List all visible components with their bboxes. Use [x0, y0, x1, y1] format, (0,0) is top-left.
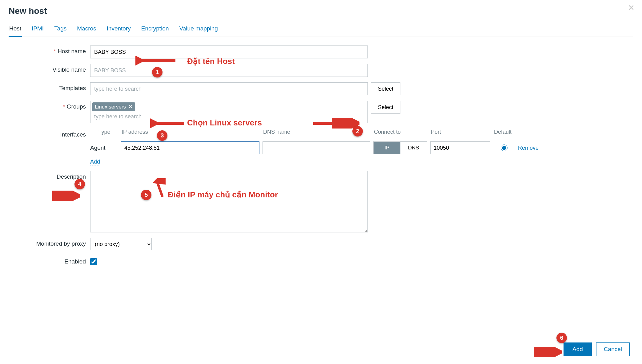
cancel-button[interactable]: Cancel	[596, 342, 630, 356]
label-monitored-by-proxy: Monitored by proxy	[9, 238, 90, 247]
description-textarea[interactable]	[90, 171, 368, 232]
tabs: Host IPMI Tags Macros Inventory Encrypti…	[9, 23, 633, 37]
th-connect-to: Connect to	[373, 129, 427, 135]
tab-macros[interactable]: Macros	[76, 23, 97, 37]
interface-row-agent: Agent IP DNS Remove	[90, 141, 555, 154]
label-visible-name: Visible name	[9, 64, 90, 73]
enabled-checkbox[interactable]	[90, 258, 97, 265]
visible-name-input[interactable]	[90, 64, 368, 77]
tab-inventory[interactable]: Inventory	[106, 23, 131, 37]
group-tag-linux-servers[interactable]: Linux servers ✕	[92, 102, 135, 111]
annotation-arrow-6	[534, 347, 562, 357]
connect-to-toggle: IP DNS	[373, 141, 427, 154]
interfaces-header: Type IP address DNS name Connect to Port…	[90, 129, 555, 135]
page-title: New host	[9, 6, 633, 16]
interface-port-input[interactable]	[430, 141, 490, 154]
groups-search-input[interactable]	[92, 111, 366, 122]
interface-default-radio[interactable]	[501, 144, 508, 151]
templates-select-button[interactable]: Select	[371, 82, 400, 95]
interface-dns-input[interactable]	[263, 141, 370, 154]
interface-type-label: Agent	[90, 144, 118, 151]
th-type: Type	[90, 129, 118, 135]
footer-actions: Add Cancel	[564, 342, 630, 356]
close-icon[interactable]: ✕	[628, 3, 635, 13]
connect-to-dns-button[interactable]: DNS	[400, 142, 427, 154]
groups-tagbox[interactable]: Linux servers ✕	[90, 101, 368, 123]
label-groups: Groups	[9, 101, 90, 110]
th-dns: DNS name	[263, 129, 370, 135]
tab-value-mapping[interactable]: Value mapping	[179, 23, 219, 37]
proxy-select[interactable]: (no proxy)	[90, 238, 152, 250]
add-button[interactable]: Add	[564, 342, 592, 356]
remove-tag-icon[interactable]: ✕	[128, 104, 133, 110]
tab-encryption[interactable]: Encryption	[141, 23, 170, 37]
th-ip: IP address	[121, 129, 259, 135]
annotation-badge-6: 6	[556, 333, 567, 343]
label-enabled: Enabled	[9, 256, 90, 265]
templates-search-input[interactable]	[90, 82, 368, 95]
interface-remove-link[interactable]: Remove	[518, 145, 555, 151]
group-tag-label: Linux servers	[95, 104, 126, 110]
label-templates: Templates	[9, 82, 90, 92]
groups-select-button[interactable]: Select	[371, 101, 400, 114]
connect-to-ip-button[interactable]: IP	[374, 142, 400, 154]
host-name-input[interactable]	[90, 46, 368, 58]
label-host-name: Host name	[9, 46, 90, 55]
tab-host[interactable]: Host	[9, 23, 22, 37]
th-port: Port	[430, 129, 490, 135]
interface-ip-input[interactable]	[121, 141, 259, 154]
add-interface-link[interactable]: Add	[90, 159, 100, 165]
label-interfaces: Interfaces	[9, 129, 90, 138]
th-default: Default	[493, 129, 555, 135]
tab-tags[interactable]: Tags	[54, 23, 67, 37]
tab-ipmi[interactable]: IPMI	[31, 23, 44, 37]
label-description: Description	[9, 171, 90, 180]
